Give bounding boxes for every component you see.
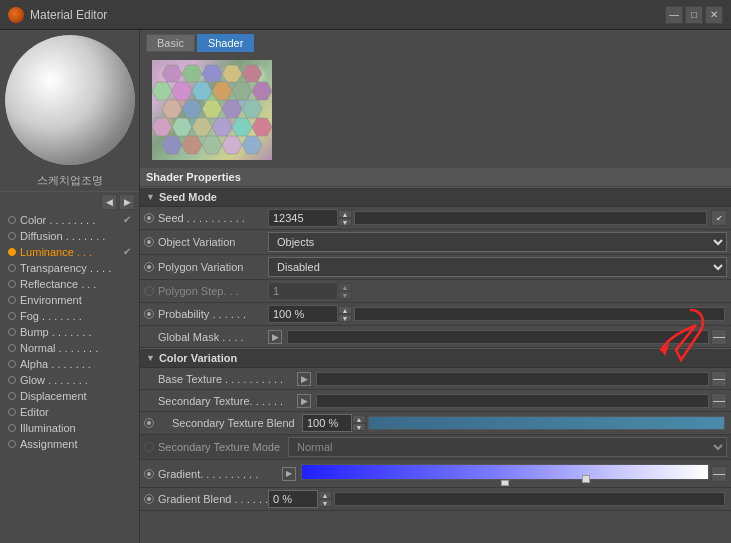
gradient-blend-row: Gradient Blend . . . . . . ▲ ▼ [140,488,731,511]
blend-spin-up[interactable]: ▲ [352,415,366,423]
svg-marker-9 [232,82,252,100]
gradient-handle-bottom-wrap [301,480,709,486]
material-preview [5,35,135,165]
luminance-indicator [8,248,16,256]
tab-shader[interactable]: Shader [197,34,254,52]
object-variation-dropdown[interactable]: Objects [268,232,727,252]
seed-spin-up[interactable]: ▲ [338,210,352,218]
gradient-arrow-btn[interactable]: ▶ [282,467,296,481]
gradient-minus-btn[interactable]: — [711,466,727,482]
secondary-texture-mode-dropdown[interactable]: Normal [288,437,727,457]
sidebar-item-transparency[interactable]: Transparency . . . . [0,260,139,276]
maximize-button[interactable]: □ [685,6,703,24]
main-layout: 스케치업조명 ◀ ▶ Color . . . . . . . . ✔ Diffu… [0,30,731,543]
gradient-blend-input[interactable] [268,490,318,508]
polygon-step-spin-up[interactable]: ▲ [338,283,352,291]
sidebar-item-normal[interactable]: Normal . . . . . . . [0,340,139,356]
secondary-texture-label: Secondary Texture. . . . . . [158,395,283,407]
preview-sphere-area [5,35,135,165]
alpha-indicator [8,360,16,368]
seed-radio[interactable] [144,213,154,223]
sidebar-item-luminance[interactable]: Luminance . . . ✔ [0,244,139,260]
probability-row: Probability . . . . . . ▲ ▼ [140,303,731,326]
svg-marker-21 [252,118,272,136]
seed-spin-down[interactable]: ▼ [338,218,352,226]
svg-marker-22 [162,136,182,154]
global-mask-play-btn[interactable]: ▶ [268,330,282,344]
nav-left-button[interactable]: ◀ [101,194,117,210]
object-variation-label: Object Variation [158,236,268,248]
gradient-blend-spin-up[interactable]: ▲ [318,491,332,499]
probability-spin-up[interactable]: ▲ [338,306,352,314]
secondary-texture-blend-radio[interactable] [144,418,154,428]
diffusion-indicator [8,232,16,240]
svg-marker-7 [192,82,212,100]
base-texture-minus-btn[interactable]: — [711,371,727,387]
svg-marker-17 [172,118,192,136]
close-button[interactable]: ✕ [705,6,723,24]
polygon-step-spin-down[interactable]: ▼ [338,291,352,299]
polygon-step-radio[interactable] [144,286,154,296]
sidebar-item-diffusion-label: Diffusion . . . . . . . [20,230,135,242]
secondary-texture-blend-input[interactable] [302,414,352,432]
window-title: Material Editor [30,8,665,22]
polygon-step-input[interactable] [268,282,338,300]
displacement-indicator [8,392,16,400]
svg-marker-2 [202,65,222,82]
secondary-texture-minus-btn[interactable]: — [711,393,727,409]
gradient-bar[interactable] [301,464,709,480]
seed-mode-section[interactable]: ▼ Seed Mode [140,187,731,207]
minimize-button[interactable]: — [665,6,683,24]
svg-marker-18 [192,118,212,136]
sidebar-item-transparency-label: Transparency . . . . [20,262,135,274]
left-panel: 스케치업조명 ◀ ▶ Color . . . . . . . . ✔ Diffu… [0,30,140,543]
gradient-bar-container [301,464,709,484]
sidebar-item-glow[interactable]: Glow . . . . . . . [0,372,139,388]
title-bar: Material Editor — □ ✕ [0,0,731,30]
sidebar-item-environment[interactable]: Environment [0,292,139,308]
base-texture-label: Base Texture . . . . . . . . . . [158,373,283,385]
sidebar-item-displacement-label: Displacement [20,390,135,402]
sidebar-item-bump[interactable]: Bump . . . . . . . [0,324,139,340]
sidebar-item-fog[interactable]: Fog . . . . . . . [0,308,139,324]
probability-spin-down[interactable]: ▼ [338,314,352,322]
blend-spin-down[interactable]: ▼ [352,423,366,431]
nav-right-button[interactable]: ▶ [119,194,135,210]
shader-preview-image [152,60,272,160]
secondary-texture-bar [316,394,709,408]
base-texture-bar [316,372,709,386]
tab-basic[interactable]: Basic [146,34,195,52]
secondary-texture-mode-radio[interactable] [144,442,154,452]
gradient-handle[interactable] [582,475,590,483]
gradient-blend-spin-down[interactable]: ▼ [318,499,332,507]
polygon-variation-radio[interactable] [144,262,154,272]
color-check: ✔ [123,214,135,226]
seed-check-btn[interactable]: ✔ [711,210,727,226]
object-variation-radio[interactable] [144,237,154,247]
sidebar-item-assignment[interactable]: Assignment [0,436,139,452]
sidebar-item-displacement[interactable]: Displacement [0,388,139,404]
shader-properties-label: Shader Properties [140,168,731,187]
sidebar-item-glow-label: Glow . . . . . . . [20,374,135,386]
sidebar-item-alpha[interactable]: Alpha . . . . . . . [0,356,139,372]
probability-radio[interactable] [144,309,154,319]
polygon-variation-dropdown[interactable]: Disabled [268,257,727,277]
sidebar-item-reflectance[interactable]: Reflectance . . . [0,276,139,292]
svg-marker-1 [182,65,202,82]
sidebar-item-editor[interactable]: Editor [0,404,139,420]
gradient-blend-radio[interactable] [144,494,154,504]
sidebar-item-color[interactable]: Color . . . . . . . . ✔ [0,212,139,228]
global-mask-minus-btn[interactable]: — [711,329,727,345]
polygon-variation-row: Polygon Variation Disabled [140,255,731,280]
seed-input[interactable] [268,209,338,227]
color-variation-section[interactable]: ▼ Color Variation [140,348,731,368]
sidebar-item-diffusion[interactable]: Diffusion . . . . . . . [0,228,139,244]
gradient-radio[interactable] [144,469,154,479]
probability-input[interactable] [268,305,338,323]
sidebar-item-illumination[interactable]: Illumination [0,420,139,436]
transparency-indicator [8,264,16,272]
base-texture-play-btn[interactable]: ▶ [297,372,311,386]
normal-indicator [8,344,16,352]
secondary-texture-play-btn[interactable]: ▶ [297,394,311,408]
glow-indicator [8,376,16,384]
